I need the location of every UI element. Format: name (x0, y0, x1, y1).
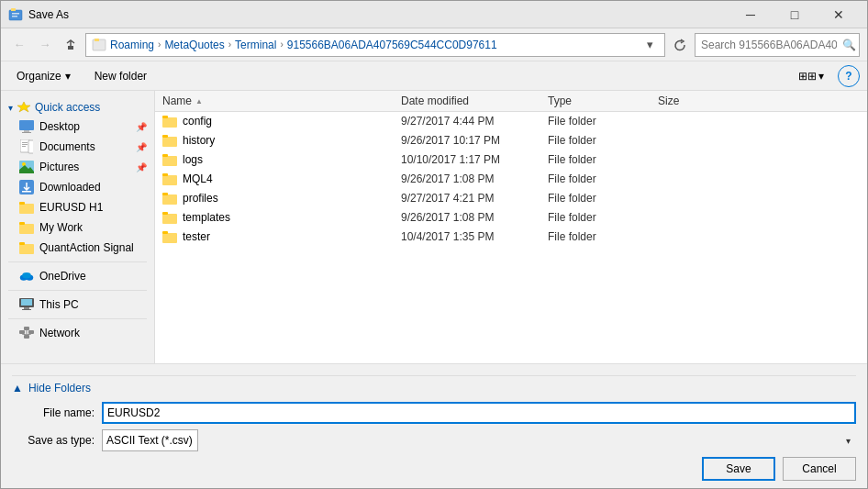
folder-icon (162, 153, 177, 166)
svg-rect-52 (162, 214, 177, 224)
breadcrumb-roaming[interactable]: Roaming (110, 39, 154, 51)
col-name-header[interactable]: Name ▲ (162, 94, 401, 107)
save-button[interactable]: Save (702, 457, 775, 481)
svg-rect-2 (12, 13, 19, 15)
save-type-select[interactable]: ASCII Text (*.csv) (102, 429, 198, 451)
file-type-cell: File folder (548, 192, 658, 205)
sidebar-item-eurusd[interactable]: EURUSD H1 (1, 197, 154, 217)
up-button[interactable] (60, 34, 82, 56)
pin-icon: 📌 (136, 162, 147, 172)
table-row[interactable]: history 9/26/2017 10:17 PM File folder (155, 131, 867, 150)
folder-icon (162, 115, 177, 128)
thispc-icon (19, 297, 34, 312)
search-input[interactable] (695, 33, 860, 57)
col-size-header[interactable]: Size (658, 94, 731, 107)
folder-icon (162, 134, 177, 147)
svg-line-40 (22, 334, 27, 335)
svg-rect-44 (162, 137, 177, 147)
breadcrumb-id[interactable]: 915566BA06ADA407569C544CC0D97611 (287, 39, 497, 51)
svg-rect-47 (162, 154, 168, 157)
svg-rect-36 (19, 330, 25, 334)
save-type-row: Save as type: ASCII Text (*.csv) (12, 429, 856, 451)
sidebar-item-documents[interactable]: Documents 📌 (1, 137, 154, 157)
hide-folders-bar[interactable]: ▲ Hide Folders (12, 375, 856, 395)
svg-rect-38 (24, 327, 29, 330)
secondary-toolbar: Organize ▾ New folder ⊞⊞ ▾ ? (1, 61, 867, 91)
breadcrumb-dropdown-button[interactable]: ▾ (640, 34, 659, 56)
file-name-cell: config (162, 115, 401, 128)
quick-access-label: Quick access (35, 101, 100, 114)
file-type-cell: File folder (548, 172, 658, 185)
sidebar-item-mywork[interactable]: My Work (1, 217, 154, 238)
table-row[interactable]: config 9/27/2017 4:44 PM File folder (155, 112, 867, 131)
sidebar-item-pictures[interactable]: Pictures 📌 (1, 157, 154, 177)
folder-icon (162, 211, 177, 224)
search-button[interactable]: 🔍 (842, 39, 856, 51)
svg-rect-45 (162, 135, 168, 138)
help-button[interactable]: ? (838, 65, 860, 87)
sidebar-item-desktop[interactable]: Desktop 📌 (1, 117, 154, 137)
table-row[interactable]: templates 9/26/2017 1:08 PM File folder (155, 208, 867, 228)
col-date-header[interactable]: Date modified (401, 94, 548, 107)
svg-rect-42 (162, 117, 177, 128)
svg-rect-8 (19, 120, 34, 130)
sidebar-sep2 (8, 290, 147, 291)
pictures-icon (19, 160, 34, 174)
svg-rect-27 (19, 242, 25, 245)
file-name-input[interactable] (102, 402, 856, 424)
file-type-cell: File folder (548, 230, 658, 243)
cancel-button[interactable]: Cancel (783, 457, 856, 481)
quick-access-icon (17, 100, 31, 115)
table-row[interactable]: MQL4 9/26/2017 1:08 PM File folder (155, 170, 867, 189)
svg-rect-54 (162, 233, 177, 243)
file-date-cell: 9/26/2017 10:17 PM (401, 134, 548, 147)
refresh-button[interactable] (669, 33, 691, 57)
sort-icon: ▲ (195, 97, 203, 106)
sidebar-sep1 (8, 261, 147, 262)
svg-rect-12 (22, 142, 28, 143)
organize-chevron-icon: ▾ (65, 70, 71, 83)
sidebar-item-onedrive[interactable]: OneDrive (1, 266, 154, 286)
col-type-header[interactable]: Type (548, 94, 658, 107)
dialog-title: Save As (28, 8, 729, 21)
breadcrumb-metaquotes[interactable]: MetaQuotes (164, 39, 224, 51)
svg-rect-13 (22, 144, 28, 145)
view-button[interactable]: ⊞⊞ ▾ (792, 65, 830, 87)
new-folder-button[interactable]: New folder (86, 65, 155, 87)
folder-icon (19, 200, 34, 215)
folder-icon (162, 192, 177, 205)
onedrive-icon (19, 269, 34, 283)
svg-rect-20 (22, 191, 31, 193)
breadcrumb-sep2: › (228, 39, 231, 50)
close-button[interactable]: ✕ (818, 2, 860, 28)
svg-point-17 (22, 162, 26, 166)
sidebar-sep3 (8, 318, 147, 319)
table-row[interactable]: tester 10/4/2017 1:35 PM File folder (155, 228, 867, 247)
sidebar-item-quantaction[interactable]: QuantAction Signal (1, 238, 154, 258)
quick-access-header[interactable]: ▾ Quick access (1, 94, 154, 117)
svg-rect-6 (95, 39, 99, 41)
svg-rect-24 (19, 224, 34, 234)
window-controls: ─ □ ✕ (729, 2, 860, 28)
sidebar-item-thispc[interactable]: This PC (1, 295, 154, 315)
svg-rect-1 (11, 8, 16, 11)
breadcrumb-terminal[interactable]: Terminal (235, 39, 276, 51)
minimize-button[interactable]: ─ (729, 2, 772, 28)
table-row[interactable]: logs 10/10/2017 1:17 PM File folder (155, 150, 867, 170)
breadcrumb[interactable]: Roaming › MetaQuotes › Terminal › 915566… (85, 33, 665, 57)
svg-rect-25 (19, 222, 25, 225)
organize-button[interactable]: Organize ▾ (8, 65, 79, 87)
back-button[interactable]: ← (8, 34, 30, 56)
svg-rect-51 (162, 193, 168, 195)
svg-rect-26 (19, 244, 34, 254)
svg-rect-53 (162, 212, 168, 215)
title-icon (8, 7, 23, 22)
table-row[interactable]: profiles 9/27/2017 4:21 PM File folder (155, 189, 867, 208)
svg-rect-4 (68, 46, 73, 50)
title-bar: Save As ─ □ ✕ (1, 1, 867, 28)
sidebar-item-downloaded[interactable]: Downloaded (1, 177, 154, 197)
bottom-area: ▲ Hide Folders File name: Save as type: … (1, 363, 867, 488)
maximize-button[interactable]: □ (773, 2, 816, 28)
forward-button[interactable]: → (34, 34, 56, 56)
sidebar-item-network[interactable]: Network (1, 323, 154, 343)
